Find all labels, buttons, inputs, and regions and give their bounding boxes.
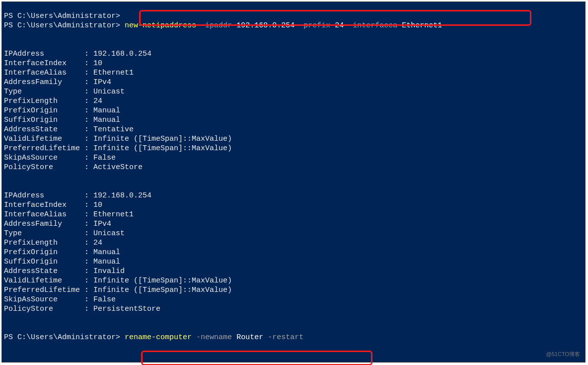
powershell-terminal[interactable]: PS C:\Users\Administrator> PS C:\Users\A…	[1, 1, 586, 363]
cmd2-cmdlet: rename-computer	[125, 333, 192, 342]
cmd1-value-interface: Ethernet1	[402, 21, 442, 30]
watermark: @51CTO博客	[546, 350, 580, 359]
prompt-line-cmd1: PS C:\Users\Administrator> new-netipaddr…	[4, 21, 442, 30]
prompt-line-empty: PS C:\Users\Administrator>	[4, 12, 120, 20]
cmd2-param-restart: -restart	[268, 333, 303, 342]
output-block-1: IPAddress : 192.168.0.254 InterfaceIndex…	[4, 50, 232, 172]
prompt-line-cmd2: PS C:\Users\Administrator> rename-comput…	[4, 333, 303, 342]
cmd1-cmdlet: new-netipaddress	[125, 21, 196, 30]
cmd1-param-prefix: -prefix	[299, 21, 330, 30]
cmd2-value-newname: Router	[236, 333, 263, 342]
cmd1-value-ipaddr: 192.168.0.254	[236, 21, 294, 30]
output-block-2: IPAddress : 192.168.0.254 InterfaceIndex…	[4, 191, 232, 313]
cmd1-param-ipaddr: -ipaddr	[201, 21, 232, 30]
cmd1-value-prefix: 24	[335, 21, 344, 30]
terminal-content[interactable]: PS C:\Users\Administrator> PS C:\Users\A…	[2, 2, 585, 342]
highlight-box-cmd2	[141, 351, 372, 365]
cmd1-param-interface: -interfacea	[348, 21, 397, 30]
cmd2-param-newname: -newname	[196, 333, 232, 342]
